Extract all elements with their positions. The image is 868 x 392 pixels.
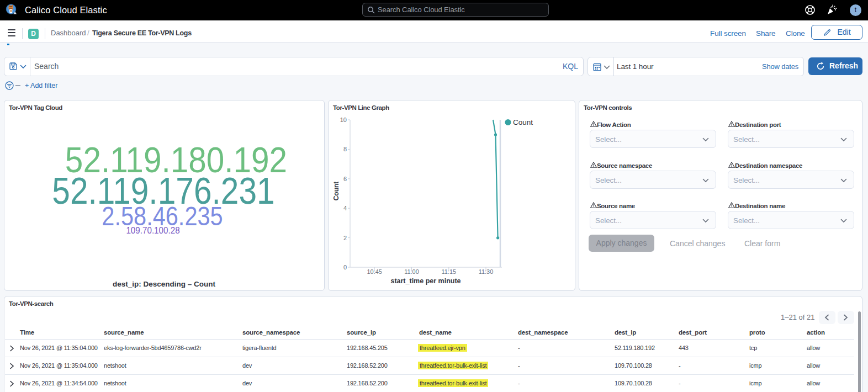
svg-text:10: 10	[340, 116, 347, 123]
svg-text:11:30: 11:30	[479, 268, 494, 275]
svg-text:0: 0	[343, 264, 347, 271]
svg-text:10:45: 10:45	[367, 268, 382, 275]
svg-text:2: 2	[343, 235, 347, 241]
svg-text:Count: Count	[332, 182, 340, 201]
svg-text:Count: Count	[513, 118, 533, 126]
svg-text:11:15: 11:15	[441, 268, 456, 275]
svg-text:11:00: 11:00	[404, 268, 419, 275]
svg-text:8: 8	[343, 146, 347, 152]
svg-text:6: 6	[343, 176, 347, 182]
svg-text:4: 4	[343, 205, 347, 211]
svg-text:start_time per minute: start_time per minute	[390, 277, 461, 285]
